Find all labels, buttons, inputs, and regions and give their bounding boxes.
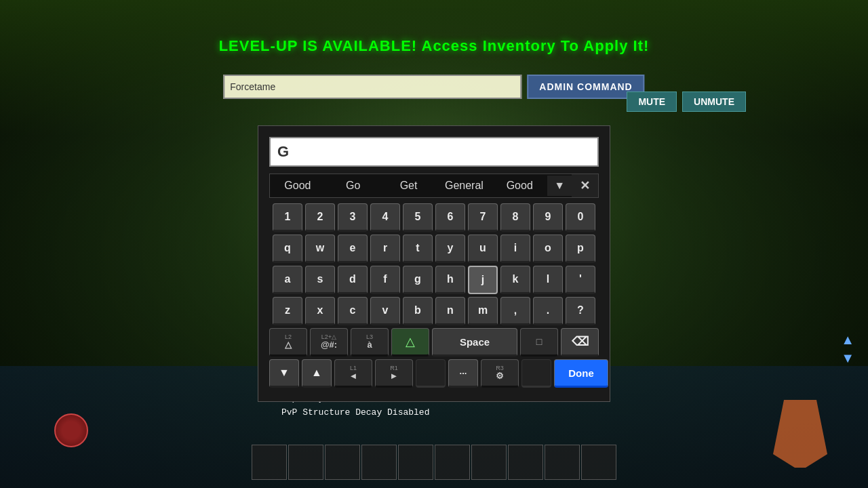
special-row-1: L2 △ L2+△ @#: L3 à △ Space □ ⌫ [269, 328, 599, 357]
key-2[interactable]: 2 [305, 203, 335, 232]
nav-arrows: ▲ ▼ [841, 332, 854, 366]
key-e[interactable]: e [338, 235, 368, 263]
hotbar-slot-7 [471, 445, 507, 480]
key-down-arrow[interactable]: ▼ [269, 359, 299, 388]
suggestions-close-button[interactable]: ✕ [572, 174, 598, 197]
hotbar-slot-6 [435, 445, 470, 480]
command-bar: ADMIN COMMAND [223, 75, 644, 99]
key-8[interactable]: 8 [500, 203, 530, 232]
key-y[interactable]: y [435, 235, 465, 263]
key-empty-1 [416, 359, 446, 388]
hotbar [252, 445, 616, 480]
key-j[interactable]: j [468, 266, 498, 294]
character-icon [54, 413, 88, 447]
key-r1-right[interactable]: R1 ► [375, 359, 413, 388]
key-question[interactable]: ? [566, 297, 595, 325]
hotbar-slot-10 [581, 445, 616, 480]
qwerty-row: q w e r t y u i o p [269, 235, 599, 263]
hotbar-slot-5 [398, 445, 433, 480]
key-h[interactable]: h [435, 266, 465, 294]
key-w[interactable]: w [305, 235, 335, 263]
key-l3[interactable]: L3 à [351, 328, 389, 357]
hotbar-slot-9 [545, 445, 580, 480]
key-l2[interactable]: L2 △ [269, 328, 307, 357]
level-up-banner: LEVEL-UP IS AVAILABLE! Access Inventory … [219, 37, 650, 55]
key-backspace[interactable]: ⌫ [561, 328, 599, 357]
suggestion-1[interactable]: Good [270, 176, 326, 196]
key-apostrophe[interactable]: ' [566, 266, 595, 294]
key-up-arrow[interactable]: ▲ [302, 359, 332, 388]
key-l2-at[interactable]: L2+△ @#: [310, 328, 348, 357]
foliage-overlay [0, 0, 868, 136]
key-n[interactable]: n [435, 297, 465, 325]
number-row: 1 2 3 4 5 6 7 8 9 0 [269, 203, 599, 232]
key-v[interactable]: v [370, 297, 400, 325]
key-empty-2 [521, 359, 551, 388]
key-square[interactable]: □ [520, 328, 558, 357]
suggestion-4[interactable]: General [436, 176, 492, 196]
mute-button[interactable]: MUTE [627, 92, 677, 112]
key-period[interactable]: . [533, 297, 563, 325]
nav-arrow-up[interactable]: ▲ [841, 332, 854, 348]
key-a[interactable]: a [273, 266, 302, 294]
key-0[interactable]: 0 [566, 203, 595, 232]
hotbar-slot-2 [288, 445, 323, 480]
server-info-line-8: PvP Structure Decay Disabled [281, 406, 429, 420]
key-g[interactable]: g [403, 266, 433, 294]
zxcv-row: z x c v b n m , . ? [269, 297, 599, 325]
key-c[interactable]: c [338, 297, 368, 325]
key-x[interactable]: x [305, 297, 335, 325]
suggestions-dropdown-button[interactable]: ▼ [547, 176, 572, 196]
key-m[interactable]: m [468, 297, 498, 325]
hotbar-slot-1 [252, 445, 287, 480]
asdf-row: a s d f g h j k l ' [269, 266, 599, 294]
key-l[interactable]: l [533, 266, 563, 294]
key-5[interactable]: 5 [403, 203, 433, 232]
key-space[interactable]: Space [432, 328, 517, 357]
key-z[interactable]: z [273, 297, 302, 325]
key-o[interactable]: o [533, 235, 563, 263]
hotbar-slot-4 [361, 445, 397, 480]
key-k[interactable]: k [500, 266, 530, 294]
suggestion-5[interactable]: Good [492, 176, 547, 196]
key-b[interactable]: b [403, 297, 433, 325]
key-triangle[interactable]: △ [391, 328, 429, 357]
special-row-2: ▼ ▲ L1 ◄ R1 ► ··· R3 ⚙ Done [269, 359, 599, 388]
key-9[interactable]: 9 [533, 203, 563, 232]
key-f[interactable]: f [370, 266, 400, 294]
key-d[interactable]: d [338, 266, 368, 294]
nav-arrow-down[interactable]: ▼ [841, 350, 854, 366]
key-6[interactable]: 6 [435, 203, 465, 232]
keyboard-text-input[interactable] [269, 137, 599, 167]
key-l1-left[interactable]: L1 ◄ [334, 359, 372, 388]
mute-area: MUTE UNMUTE [627, 92, 746, 112]
keyboard-panel: Good Go Get General Good ▼ ✕ 1 2 3 4 5 6… [258, 125, 610, 402]
level-up-text: LEVEL-UP IS AVAILABLE! Access Inventory … [219, 37, 650, 54]
key-dots[interactable]: ··· [448, 359, 478, 388]
key-done[interactable]: Done [554, 359, 608, 388]
suggestions-bar: Good Go Get General Good ▼ ✕ [269, 174, 599, 198]
unmute-button[interactable]: UNMUTE [682, 92, 746, 112]
key-3[interactable]: 3 [338, 203, 368, 232]
key-1[interactable]: 1 [273, 203, 302, 232]
key-q[interactable]: q [273, 235, 302, 263]
key-comma[interactable]: , [500, 297, 530, 325]
key-i[interactable]: i [500, 235, 530, 263]
key-s[interactable]: s [305, 266, 335, 294]
key-u[interactable]: u [468, 235, 498, 263]
key-r3-gear[interactable]: R3 ⚙ [481, 359, 519, 388]
suggestion-3[interactable]: Get [381, 176, 437, 196]
key-7[interactable]: 7 [468, 203, 498, 232]
key-4[interactable]: 4 [370, 203, 400, 232]
hotbar-slot-3 [325, 445, 360, 480]
command-input[interactable] [223, 75, 521, 99]
hotbar-slot-8 [508, 445, 543, 480]
suggestion-2[interactable]: Go [326, 176, 381, 196]
key-r[interactable]: r [370, 235, 400, 263]
key-p[interactable]: p [566, 235, 595, 263]
key-t[interactable]: t [403, 235, 433, 263]
